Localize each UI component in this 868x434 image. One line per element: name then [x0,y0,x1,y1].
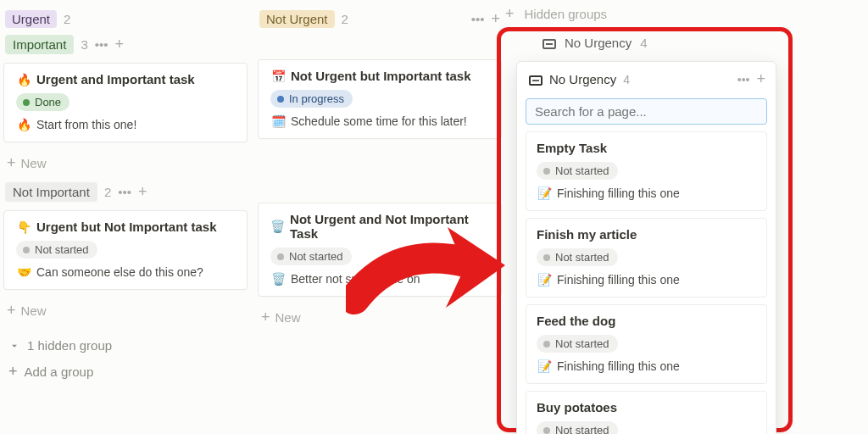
status-badge: In progress [270,90,353,108]
add-group-button[interactable]: + Add a group [8,358,242,386]
more-icon[interactable]: ••• [95,37,108,52]
section-important: Important 3 ••• + [3,33,125,56]
popover-list: Empty Task Not started 📝Finishing fillin… [517,131,776,434]
card-desc-text: Can someone else do this one? [36,265,203,279]
tag-urgent[interactable]: Urgent [5,10,57,28]
status-dot-icon [543,427,550,434]
card-desc-text: Start from this one! [36,118,136,131]
plus-icon[interactable]: + [114,36,124,53]
plus-icon[interactable]: + [505,5,515,23]
popover-no-urgency: No Urgency 4 ••• + Empty Task Not starte… [516,61,776,434]
handshake-icon: 🤝 [16,265,31,279]
more-icon[interactable]: ••• [118,185,131,199]
list-item[interactable]: Buy potatoes Not started [526,391,767,434]
popover-title: No Urgency [549,72,616,86]
status-dot-icon [23,99,30,106]
card-urgent-important[interactable]: 🔥 Urgent and Important task Done 🔥 Start… [3,63,248,142]
footer: 1 hidden group + Add a group [3,328,248,391]
new-button[interactable]: + New [258,303,502,335]
hidden-groups-label[interactable]: Hidden groups [525,7,608,21]
status-badge: Not started [16,241,97,259]
pointdown-icon: 👇 [16,220,31,234]
note-icon: 📝 [537,359,552,373]
more-icon[interactable]: ••• [737,73,750,86]
inbox-icon [529,75,542,86]
notimportant-count: 2 [104,185,111,199]
card-title-text: Urgent and Important task [36,72,195,86]
card-title-text: Urgent but Not Important task [36,220,217,234]
status-dot-icon [277,253,284,260]
status-badge: Done [16,93,70,111]
new-button[interactable]: + New [3,297,248,328]
fire-icon: 🔥 [16,73,31,86]
plus-icon: + [8,363,18,381]
hidden-group-toggle[interactable]: 1 hidden group [8,333,242,358]
note-icon: 📝 [537,186,552,200]
col-noturgent: Not Urgent 2 ••• + 📅 Not Urgent but Impo… [258,7,502,391]
plus-icon[interactable]: + [756,70,765,88]
card-desc-text: Schedule some time for this later! [291,114,467,128]
col-header-urgent: Urgent 2 [3,7,248,33]
col-urgent: Urgent 2 Important 3 ••• + 🔥 Urgent and … [3,7,248,391]
plus-icon: + [7,154,16,172]
card-noturgent-important[interactable]: 📅 Not Urgent but Important task In progr… [258,59,502,139]
popover-count: 4 [623,73,630,86]
list-item[interactable]: Feed the dog Not started 📝Finishing fill… [526,304,767,384]
plus-icon[interactable]: + [138,183,147,201]
new-button[interactable]: + New [3,149,248,181]
noturgent-count: 2 [342,12,348,26]
hidden-groups-header: + Hidden groups [505,5,607,23]
search-input[interactable] [535,104,758,119]
status-badge: Not started [270,248,352,265]
note-icon: 📝 [537,273,552,287]
status-dot-icon [543,254,550,261]
important-count: 3 [81,37,87,52]
trash-icon: 🗑️ [270,272,286,286]
group-no-urgency[interactable]: No Urgency 4 [542,36,648,50]
col-header-noturgent: Not Urgent 2 ••• + [258,7,502,33]
inbox-icon [542,39,556,49]
calendar-icon: 📅 [270,70,286,83]
more-icon[interactable]: ••• [471,12,485,26]
calendar-icon: 🗓️ [270,114,286,128]
section-not-important: Not Important 2 ••• + [3,181,149,203]
chip-important[interactable]: Important [5,35,74,54]
list-item[interactable]: Finish my article Not started 📝Finishing… [526,218,767,298]
trash-icon: 🗑️ [270,220,285,233]
card-title-text: Not Urgent but Important task [291,69,471,83]
search-input-wrap [526,98,767,125]
status-dot-icon [543,168,550,175]
list-item[interactable]: Empty Task Not started 📝Finishing fillin… [526,131,767,211]
card-urgent-notimportant[interactable]: 👇 Urgent but Not Important task Not star… [3,210,248,290]
fire-icon: 🔥 [16,118,31,131]
status-dot-icon [543,341,550,348]
plus-icon: + [261,309,270,326]
status-dot-icon [277,96,284,103]
plus-icon: + [7,302,16,320]
chip-not-important[interactable]: Not Important [5,182,97,202]
card-noturgent-notimportant[interactable]: 🗑️ Not Urgent and Not Important Task Not… [258,203,502,297]
plus-icon[interactable]: + [491,10,500,28]
chevron-down-icon [8,340,20,352]
urgent-count: 2 [64,12,70,26]
card-desc-text: Better not spend time on [291,272,420,286]
tag-noturgent[interactable]: Not Urgent [259,10,335,28]
status-dot-icon [23,247,30,253]
card-title-text: Not Urgent and Not Important Task [290,212,489,241]
